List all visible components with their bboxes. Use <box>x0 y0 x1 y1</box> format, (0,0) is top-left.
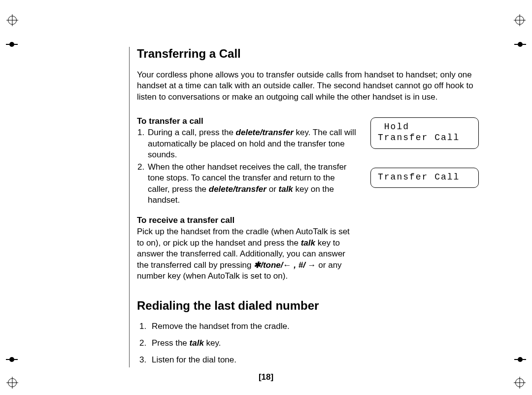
text: During a call, press the <box>148 128 236 137</box>
arrow-left-icon: ← <box>283 260 292 271</box>
key-talk: talk <box>279 184 293 194</box>
text: , <box>292 260 299 270</box>
transfer-step-1: During a call, press the delete/transfer… <box>147 127 358 160</box>
svg-rect-5 <box>523 44 526 45</box>
crop-mark-bottom-right <box>514 377 525 388</box>
key-talk: talk <box>301 238 315 248</box>
transfer-step-2: When the other handset receives the call… <box>147 162 358 206</box>
key-delete-transfer: delete/transfer <box>209 184 266 194</box>
text: or <box>266 184 279 194</box>
key-talk: talk <box>190 338 204 348</box>
svg-rect-2 <box>14 44 18 45</box>
svg-rect-10 <box>514 359 518 360</box>
crop-mark-top-left <box>7 15 18 26</box>
page-content: Transferring a Call Your cordless phone … <box>137 47 497 372</box>
lcd-line: Transfer Call <box>378 172 460 182</box>
transfer-intro: Your cordless phone allows you to transf… <box>137 70 492 103</box>
star-icon: ✱ <box>254 260 261 270</box>
lcd-column: Hold Transfer Call Transfer Call <box>370 116 479 188</box>
key-tone: /tone/ <box>261 260 283 270</box>
svg-rect-1 <box>6 44 9 45</box>
trim-mark-top-right <box>514 38 526 50</box>
text: key. <box>204 338 221 348</box>
trim-mark-bottom-right <box>514 354 526 365</box>
page-number: [18] <box>259 372 273 382</box>
svg-rect-7 <box>6 359 9 360</box>
sub-to-receive: To receive a transfer call <box>137 215 358 225</box>
svg-point-0 <box>9 42 14 47</box>
redial-step-1: Remove the handset from the cradle. <box>149 322 497 331</box>
key-hash: #/ <box>299 260 305 270</box>
redial-step-2: Press the talk key. <box>149 338 497 348</box>
arrow-right-icon: → <box>308 260 316 271</box>
svg-rect-8 <box>14 359 18 360</box>
section-title-redial: Redialing the last dialed number <box>137 299 497 313</box>
text: Press the <box>152 338 190 348</box>
svg-point-3 <box>518 42 523 47</box>
transfer-left-column: To transfer a call During a call, press … <box>137 116 358 286</box>
lcd-display-2: Transfer Call <box>370 168 479 188</box>
crop-mark-bottom-left <box>7 377 18 388</box>
redial-steps: Remove the handset from the cradle. Pres… <box>137 322 497 365</box>
svg-point-6 <box>9 357 14 362</box>
receive-paragraph: Pick up the handset from the cradle (whe… <box>137 226 358 282</box>
svg-rect-4 <box>514 44 518 45</box>
key-delete-transfer: delete/transfer <box>236 128 294 137</box>
redial-step-3: Listen for the dial tone. <box>149 355 497 365</box>
crop-mark-top-right <box>514 15 525 26</box>
trim-mark-bottom-left <box>6 354 18 365</box>
redial-section: Redialing the last dialed number Remove … <box>137 299 497 365</box>
section-title-transfer: Transferring a Call <box>137 47 497 61</box>
transfer-steps: During a call, press the delete/transfer… <box>137 127 358 206</box>
lcd-line: Transfer Call <box>378 133 460 143</box>
lcd-display-1: Hold Transfer Call <box>370 117 479 148</box>
lcd-line: Hold <box>378 122 409 132</box>
sub-to-transfer: To transfer a call <box>137 116 358 126</box>
vertical-rule <box>129 47 130 367</box>
svg-rect-11 <box>523 359 526 360</box>
trim-mark-top-left <box>6 38 18 50</box>
svg-point-9 <box>518 357 523 362</box>
